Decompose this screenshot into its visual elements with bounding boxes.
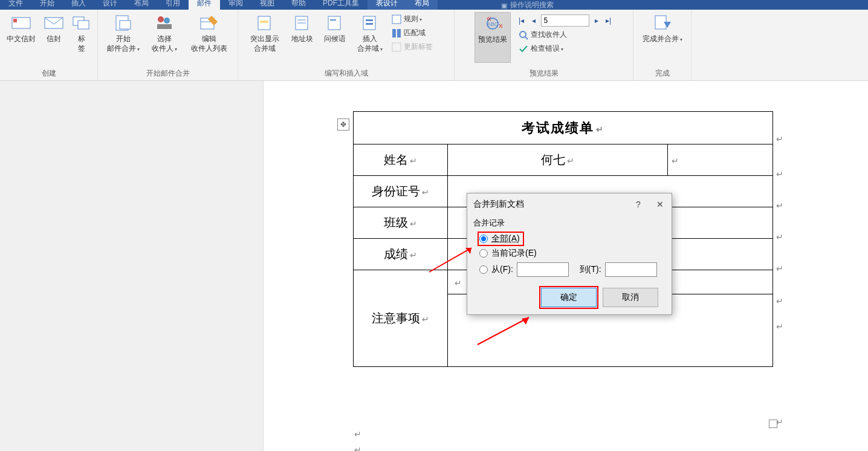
match-icon [392,28,401,38]
prev-record-icon[interactable]: ◂ [529,16,539,25]
btn-find-recipient[interactable]: 查找收件人 [517,29,614,41]
cancel-button[interactable]: 取消 [603,288,658,307]
btn-chinese-envelope[interactable]: 中文信封 [4,12,39,45]
check-icon [519,44,528,54]
tab-view[interactable]: 视图 [251,0,283,10]
greeting-icon [325,13,345,33]
radio-range-row[interactable]: 从(F): 到(T): [479,262,666,277]
btn-label: 问候语 [324,34,346,44]
btn-greeting-line[interactable]: 问候语 [320,12,350,45]
to-input[interactable] [605,262,657,277]
tab-table-design[interactable]: 表设计 [368,0,406,10]
svg-line-32 [525,37,528,39]
left-gutter [0,81,264,451]
table-resize-handle[interactable] [769,420,777,428]
tab-pdf[interactable]: PDF工具集 [314,0,368,10]
next-record-icon[interactable]: ▸ [592,16,601,25]
group-create: 中文信封 信封 标 签 创建 [0,10,98,80]
svg-rect-24 [392,29,396,37]
btn-labels[interactable]: 标 签 [69,12,94,54]
btn-start-merge[interactable]: 开始 邮件合并 [103,12,144,56]
tab-file[interactable]: 文件 [0,0,31,10]
highlight-icon [255,13,274,33]
tab-help[interactable]: 帮助 [283,0,314,10]
tab-table-layout[interactable]: 布局 [406,0,438,10]
radio-all-row[interactable]: 全部(A) [479,233,522,244]
btn-select-recipients[interactable]: 选择 收件人 [146,12,183,56]
radio-current-row[interactable]: 当前记录(E) [479,248,666,259]
tab-references[interactable]: 引用 [157,0,189,10]
btn-address-block[interactable]: 地址块 [287,12,317,45]
radio-label: 全部(A) [491,233,520,244]
tell-me-search[interactable]: 操作说明搜索 [501,0,554,10]
btn-insert-merge-field[interactable]: 插入 合并域 [352,12,387,56]
row-end-mark: ↵ [776,322,793,331]
btn-match-fields[interactable]: 匹配域 [390,27,448,39]
dialog-help-button[interactable]: ? [633,200,644,209]
svg-rect-23 [392,15,401,24]
dialog-section-label: 合并记录 [473,218,666,229]
svg-rect-4 [78,21,89,29]
name-extra-cell[interactable]: ↵ [668,144,773,176]
btn-update-labels: 更新标签 [390,41,448,53]
btn-label: 编辑 收件人列表 [191,34,227,53]
btn-label: 中文信封 [7,34,36,44]
tab-design[interactable]: 设计 [94,0,126,10]
to-label: 到(T): [580,264,601,275]
group-start-merge: 开始 邮件合并 选择 收件人 编辑 收件人列表 开始邮件合并 [98,10,238,80]
bulb-icon [501,1,507,10]
ribbon: 中文信封 信封 标 签 创建 开始 邮件合并 [0,10,868,81]
table-move-handle[interactable] [337,118,349,131]
btn-label: 选择 收件人 [152,34,177,54]
btn-envelope[interactable]: 信封 [41,12,66,45]
tab-layout[interactable]: 布局 [126,0,157,10]
btn-finish-merge[interactable]: 完成并合并 [638,12,687,46]
update-icon [392,42,401,52]
btn-highlight-fields[interactable]: 突出显示 合并域 [245,12,285,54]
note-label-cell[interactable]: 注意事项↵ [354,270,448,367]
finish-icon [653,13,672,33]
tab-home[interactable]: 开始 [31,0,63,10]
group-write-fields: 突出显示 合并域 地址块 问候语 插入 合并域 [238,10,455,80]
btn-preview-results[interactable]: ABC«» 预览结果 [474,12,511,63]
btn-label: 插入 合并域 [357,34,383,54]
radio-current[interactable] [479,249,488,258]
btn-label: 预览结果 [478,34,507,44]
record-navigator: |◂ ◂ ▸ ▸| [517,12,614,27]
btn-edit-recipients[interactable]: 编辑 收件人列表 [185,12,233,54]
radio-label: 从(F): [491,264,513,275]
record-number-input[interactable] [541,15,589,27]
tab-mailings[interactable]: 邮件 [189,0,220,10]
dialog-title: 合并到新文档 [473,199,524,210]
radio-all[interactable] [479,235,488,243]
first-record-icon[interactable]: |◂ [517,16,526,25]
preview-icon: ABC«» [483,14,502,33]
tab-insert[interactable]: 插入 [63,0,94,10]
dialog-close-button[interactable]: ✕ [655,200,666,209]
btn-label: 完成并合并 [643,34,682,45]
name-label-cell[interactable]: 姓名↵ [354,144,448,176]
item-label: 规则 [404,14,422,24]
svg-text:»: » [499,21,502,30]
cell-label: 身份证号 [372,184,420,198]
row-end-mark: ↵ [776,264,793,273]
table-title-cell[interactable]: 考试成绩单↵ [354,112,773,144]
ok-button[interactable]: 确定 [541,288,597,307]
score-label-cell[interactable]: 成绩↵ [354,239,448,270]
name-value-cell[interactable]: 何七↵ [448,144,668,176]
last-record-icon[interactable]: ▸| [604,16,614,25]
group-label: 创建 [4,67,94,80]
item-label: 更新标签 [404,42,433,52]
document-workspace: 考试成绩单↵ 姓名↵ 何七↵ ↵ 身份证号↵ 班级↵ 成绩↵ 注意事项↵ ↵ [0,81,868,451]
radio-from[interactable] [479,265,488,274]
item-label: 检查错误 [531,44,563,54]
class-label-cell[interactable]: 班级↵ [354,207,448,239]
btn-rules[interactable]: 规则 [390,13,448,25]
from-input[interactable] [517,262,569,277]
svg-rect-22 [366,23,373,25]
dialog-titlebar[interactable]: 合并到新文档 ? ✕ [467,193,672,215]
tab-review[interactable]: 审阅 [220,0,251,10]
id-label-cell[interactable]: 身份证号↵ [354,176,448,207]
btn-check-errors[interactable]: 检查错误 [517,43,614,54]
item-label: 查找收件人 [531,30,567,40]
